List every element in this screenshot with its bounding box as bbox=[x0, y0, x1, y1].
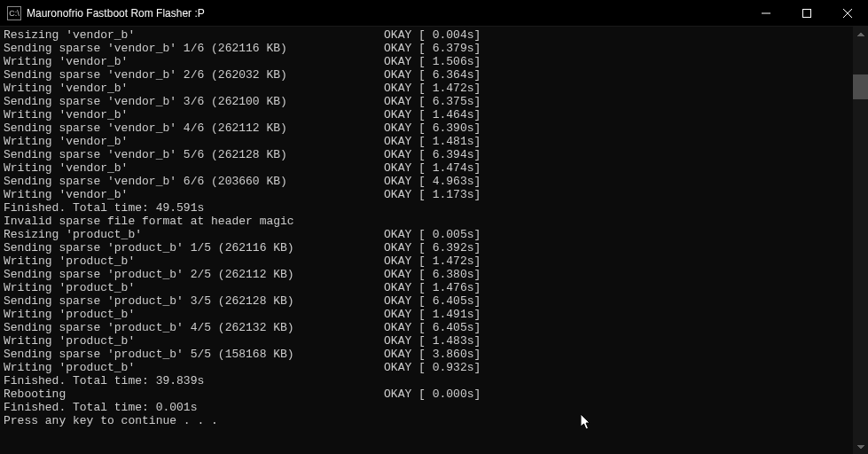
window-title: Mauronofrio Fastboot Rom Flasher :P bbox=[27, 7, 746, 20]
terminal-output: Resizing 'vendor_b' OKAY [ 0.004s]Sendin… bbox=[0, 27, 868, 454]
terminal-line: Writing 'product_b' OKAY [ 0.932s] bbox=[4, 361, 864, 374]
terminal-line: Writing 'vendor_b' OKAY [ 1.464s] bbox=[4, 108, 864, 121]
minimize-button[interactable] bbox=[746, 0, 786, 27]
terminal-line: Sending sparse 'vendor_b' 1/6 (262116 KB… bbox=[4, 42, 864, 55]
terminal-line: Writing 'vendor_b' OKAY [ 1.506s] bbox=[4, 55, 864, 68]
terminal-line: Writing 'vendor_b' OKAY [ 1.173s] bbox=[4, 188, 864, 201]
scroll-up-icon[interactable] bbox=[853, 27, 868, 42]
terminal-line: Resizing 'vendor_b' OKAY [ 0.004s] bbox=[4, 28, 864, 42]
cmd-icon: C:\ bbox=[7, 6, 21, 20]
terminal-line: Sending sparse 'vendor_b' 4/6 (262112 KB… bbox=[4, 121, 864, 135]
scrollbar[interactable] bbox=[853, 27, 868, 454]
terminal-line: Sending sparse 'vendor_b' 3/6 (262100 KB… bbox=[4, 95, 864, 108]
terminal-line: Sending sparse 'product_b' 5/5 (158168 K… bbox=[4, 348, 864, 361]
terminal-line: Sending sparse 'vendor_b' 2/6 (262032 KB… bbox=[4, 68, 864, 82]
terminal-line: Finished. Total time: 39.839s bbox=[4, 374, 864, 387]
svg-marker-4 bbox=[857, 33, 864, 36]
terminal-line: Rebooting OKAY [ 0.000s] bbox=[4, 387, 864, 401]
terminal-line: Sending sparse 'product_b' 4/5 (262132 K… bbox=[4, 321, 864, 334]
terminal-line: Writing 'vendor_b' OKAY [ 1.472s] bbox=[4, 82, 864, 95]
terminal-line: Finished. Total time: 49.591s bbox=[4, 201, 864, 215]
terminal-line: Writing 'vendor_b' OKAY [ 1.481s] bbox=[4, 135, 864, 148]
maximize-button[interactable] bbox=[786, 0, 827, 27]
terminal-line: Writing 'product_b' OKAY [ 1.491s] bbox=[4, 308, 864, 321]
terminal-line: Press any key to continue . . . bbox=[4, 414, 864, 427]
terminal-line: Sending sparse 'product_b' 2/5 (262112 K… bbox=[4, 268, 864, 281]
window-titlebar: C:\ Mauronofrio Fastboot Rom Flasher :P bbox=[0, 0, 868, 27]
terminal-line: Writing 'product_b' OKAY [ 1.472s] bbox=[4, 254, 864, 268]
terminal-line: Writing 'product_b' OKAY [ 1.476s] bbox=[4, 281, 864, 294]
svg-rect-1 bbox=[803, 10, 811, 18]
scroll-down-icon[interactable] bbox=[853, 439, 868, 454]
terminal-line: Writing 'vendor_b' OKAY [ 1.474s] bbox=[4, 161, 864, 175]
close-button[interactable] bbox=[827, 0, 868, 27]
terminal-line: Sending sparse 'product_b' 1/5 (262116 K… bbox=[4, 241, 864, 254]
terminal-line: Resizing 'product_b' OKAY [ 0.005s] bbox=[4, 228, 864, 241]
svg-marker-5 bbox=[857, 445, 864, 449]
terminal-line: Writing 'product_b' OKAY [ 1.483s] bbox=[4, 334, 864, 348]
scrollbar-thumb[interactable] bbox=[853, 74, 868, 99]
terminal-line: Sending sparse 'vendor_b' 6/6 (203660 KB… bbox=[4, 175, 864, 188]
terminal-line: Sending sparse 'vendor_b' 5/6 (262128 KB… bbox=[4, 148, 864, 161]
terminal-line: Sending sparse 'product_b' 3/5 (262128 K… bbox=[4, 294, 864, 308]
terminal-line: Finished. Total time: 0.001s bbox=[4, 401, 864, 414]
terminal-line: Invalid sparse file format at header mag… bbox=[4, 215, 864, 228]
